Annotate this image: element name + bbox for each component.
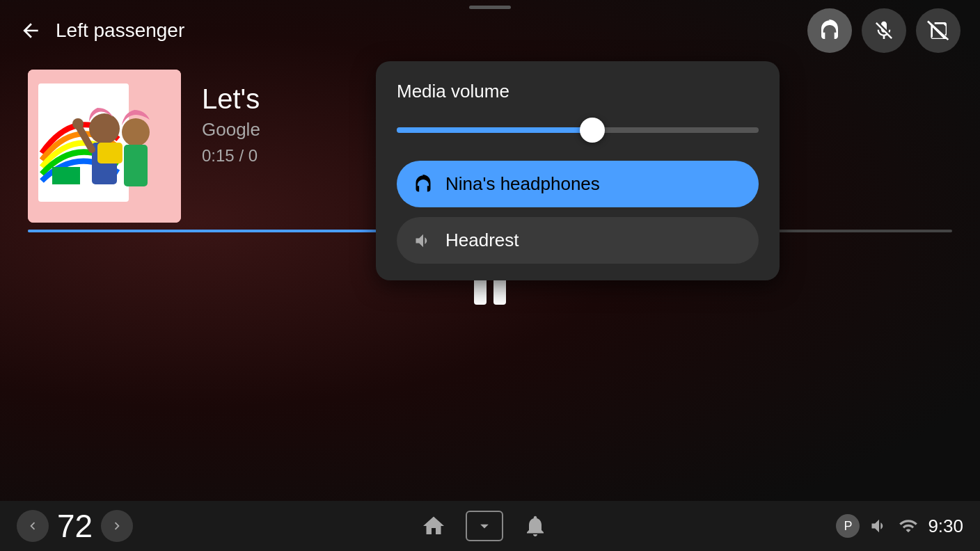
temp-increase-button[interactable] [101,510,133,542]
status-right: P 9:30 [836,514,963,538]
back-button[interactable] [19,19,42,42]
track-artist: Google [202,119,260,141]
headphones-icon [819,19,841,42]
volume-popup: Media volume Nina's headphones Headrest [376,61,780,280]
volume-slider-fill [397,127,592,133]
headphones-button[interactable] [807,8,852,53]
profile-badge: P [836,514,860,538]
page-title: Left passenger [56,19,184,42]
svg-rect-9 [97,143,122,163]
mic-off-button[interactable] [862,8,906,53]
speaker-option-icon [413,231,433,250]
album-art-svg [28,70,181,223]
album-art [28,70,181,223]
headrest-label: Headrest [445,230,519,251]
svg-rect-2 [52,167,80,184]
svg-point-6 [72,118,84,129]
pull-bar [469,6,511,9]
status-left: 72 [17,507,133,545]
signal-icon [899,516,918,536]
time-display: 9:30 [928,516,963,537]
home-icon [421,513,446,538]
back-icon [19,19,42,42]
top-right [807,8,961,53]
track-title: Let's [202,83,260,115]
status-center [421,511,548,541]
status-bar: 72 [0,501,980,551]
audio-option-headrest[interactable]: Headrest [397,217,759,264]
chevron-right-icon [109,518,125,534]
album-art-inner [28,70,181,223]
audio-option-ninas-headphones[interactable]: Nina's headphones [397,161,759,207]
home-button[interactable] [421,513,446,538]
track-time: 0:15 / 0 [202,146,260,166]
apps-dropdown-icon [475,516,494,536]
volume-title: Media volume [397,81,759,102]
bell-icon [523,513,548,538]
top-left: Left passenger [19,19,184,42]
headphones-option-icon [413,175,433,194]
main-content: Left passenger [0,0,980,551]
svg-point-3 [89,113,120,144]
apps-button[interactable] [466,511,503,541]
chevron-left-icon [25,518,40,534]
screen-off-button[interactable] [916,8,961,53]
temperature-display: 72 [57,507,93,545]
volume-slider-thumb [580,118,605,143]
progress-bar-fill [28,230,379,232]
track-info: Let's Google 0:15 / 0 [202,70,260,166]
ninas-headphones-label: Nina's headphones [445,173,600,195]
volume-icon [869,516,889,536]
volume-slider-track [397,127,759,133]
temp-decrease-button[interactable] [17,510,49,542]
volume-slider-container[interactable] [397,116,759,144]
notifications-button[interactable] [523,513,548,538]
mic-off-icon [873,19,895,42]
svg-point-7 [122,118,150,146]
screen-off-icon [927,19,949,42]
svg-rect-8 [124,145,148,186]
